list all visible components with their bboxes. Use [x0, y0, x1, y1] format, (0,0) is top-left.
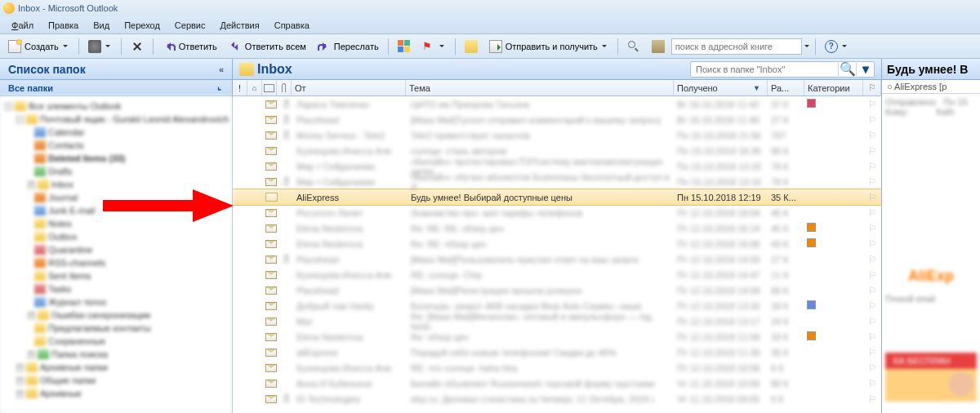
envelope-icon — [264, 84, 274, 92]
flag-icon[interactable]: ⚐ — [868, 145, 877, 157]
envelope-icon — [265, 131, 277, 140]
message-row[interactable]: Росэлтон ЛилитЗнакомство про- жел тарифы… — [233, 205, 881, 220]
envelope-icon — [265, 162, 277, 171]
message-row[interactable]: Money Service - Tele2Tele2 приветствует … — [233, 127, 881, 143]
envelope-icon — [265, 224, 277, 233]
sort-desc-icon: ▼ — [753, 84, 760, 92]
col-flag[interactable]: ⚐ — [863, 80, 881, 95]
flag-button[interactable] — [417, 38, 451, 56]
flag-icon[interactable]: ⚐ — [868, 161, 877, 172]
flag-icon[interactable]: ⚐ — [868, 316, 877, 327]
message-row[interactable]: Лариса ТимченкоЦИТО им Приорова ТатьянаВ… — [233, 96, 881, 112]
message-row[interactable]: aliExpressПорадуй себя новым телефоном! … — [233, 344, 881, 360]
flag-icon[interactable]: ⚐ — [868, 393, 877, 405]
flag-icon[interactable]: ⚐ — [868, 254, 877, 265]
all-folders-header[interactable]: Все папки ⌄ — [0, 80, 232, 96]
menu-actions[interactable]: Действия — [214, 19, 266, 32]
flag-icon[interactable]: ⚐ — [868, 192, 877, 203]
menu-edit[interactable]: Правка — [42, 19, 85, 32]
col-reminder[interactable]: ⌂ — [247, 80, 262, 95]
new-button[interactable]: Создать — [3, 38, 74, 56]
chevron-down-icon[interactable] — [601, 41, 608, 52]
folder-tree[interactable]: -Все элементы Outlook -Почтовый ящик - G… — [0, 96, 232, 413]
col-importance[interactable]: ! — [233, 80, 247, 95]
col-received[interactable]: Получено▼ — [674, 80, 768, 95]
col-attach[interactable] — [277, 80, 292, 95]
flag-icon[interactable]: ⚐ — [868, 176, 877, 188]
reply-all-button[interactable]: Ответить всем — [224, 38, 311, 56]
move-to-folder-button[interactable] — [460, 38, 483, 56]
message-row[interactable]: Кузнецова Инесса АлеRE: солнце- ChipПт 1… — [233, 267, 881, 282]
message-row[interactable]: Placehead[Mass Mail]Tycoon отправил комм… — [233, 112, 881, 127]
envelope-icon — [265, 209, 277, 217]
message-row[interactable]: Elena NesterovaRe: RE: обзор ценПт 12.10… — [233, 236, 881, 251]
forward-icon — [318, 40, 331, 53]
reply-button[interactable]: Ответить — [158, 38, 222, 56]
new-mail-icon — [8, 40, 21, 53]
col-size[interactable]: Ра... — [768, 80, 804, 95]
separator — [78, 38, 79, 55]
message-row-selected[interactable]: AliExpressБудь умнее! Выбирай доступные … — [233, 189, 881, 205]
envelope-icon — [265, 349, 277, 357]
menu-go[interactable]: Переход — [118, 19, 167, 32]
flag-icon[interactable]: ⚐ — [868, 285, 877, 296]
send-receive-button[interactable]: Отправить и получить — [484, 38, 613, 56]
help-button[interactable]: ? — [820, 38, 853, 56]
chevron-down-icon[interactable] — [804, 41, 811, 52]
flag-icon[interactable]: ⚐ — [868, 223, 877, 234]
address-search-input[interactable] — [675, 42, 798, 51]
col-categories[interactable]: Категории — [804, 80, 863, 95]
forward-button[interactable]: Переслать — [313, 38, 384, 56]
message-row[interactable]: Placehead[Mass Mail]Пользователь прислал… — [233, 251, 881, 267]
delete-button[interactable] — [126, 38, 149, 56]
find-contact-button[interactable] — [622, 38, 645, 56]
flag-icon[interactable]: ⚐ — [868, 300, 877, 312]
address-search-box[interactable] — [671, 38, 802, 55]
chevron-down-icon[interactable] — [439, 41, 446, 52]
collapse-icon[interactable]: « — [219, 64, 224, 74]
chevron-down-icon[interactable] — [62, 41, 69, 52]
menu-tools[interactable]: Сервис — [168, 19, 212, 32]
envelope-icon — [265, 271, 277, 279]
col-subject[interactable]: Тема — [406, 80, 674, 95]
message-row[interactable]: Кузнецова Инесса АлеRE: что солнце- haha… — [233, 360, 881, 375]
inbox-search-input[interactable] — [691, 64, 838, 74]
message-row[interactable]: Placehead[Mass Mail]Регистрация прошла у… — [233, 282, 881, 298]
address-book-button[interactable] — [647, 38, 670, 56]
message-list[interactable]: Лариса ТимченкоЦИТО им Приорова ТатьянаВ… — [233, 96, 881, 413]
chevron-down-icon[interactable] — [841, 41, 849, 52]
flag-icon[interactable]: ⚐ — [868, 130, 877, 141]
flag-icon[interactable]: ⚐ — [868, 99, 877, 110]
search-button[interactable]: 🔍 — [838, 61, 856, 78]
message-row[interactable]: Elena NesterovaRe: обзор ценПт 12.10.201… — [233, 329, 881, 344]
flag-icon[interactable]: ⚐ — [868, 378, 877, 389]
address-book-icon — [652, 40, 665, 53]
message-row[interactable]: МатRe: [Mass Mail]Мегаполис- оптовый и и… — [233, 313, 881, 329]
menu-view[interactable]: Вид — [87, 19, 116, 32]
col-from[interactable]: От — [292, 80, 406, 95]
message-row[interactable]: Elena NesterovaRe: RE: RE: обзор ценПт 1… — [233, 220, 881, 236]
flag-icon[interactable]: ⚐ — [868, 347, 877, 358]
flag-icon[interactable]: ⚐ — [868, 269, 877, 281]
search-options-button[interactable]: ▾ — [856, 61, 874, 78]
message-row[interactable]: Анна И КубенскоеБилайн объявляет Russion… — [233, 375, 881, 391]
categorize-button[interactable] — [393, 38, 416, 56]
menu-help[interactable]: Справка — [268, 19, 316, 32]
message-received: Пн 15.10.2018 12:19 — [674, 193, 768, 202]
print-button[interactable] — [83, 38, 117, 56]
message-row[interactable]: ID Technologieseliyr.ru: Деловая статист… — [233, 391, 881, 406]
flag-icon[interactable]: ⚐ — [868, 207, 877, 219]
toolbar: Создать Ответить Ответить всем Переслать… — [0, 34, 980, 59]
inbox-search-box[interactable]: 🔍 ▾ — [690, 61, 875, 78]
menu-file[interactable]: Файл — [5, 19, 40, 32]
envelope-icon — [265, 333, 277, 341]
message-row[interactable]: Мир т Сейдалиева«Билайн» обучил абоненто… — [233, 174, 881, 189]
flag-icon[interactable]: ⚐ — [868, 331, 877, 343]
col-icon[interactable] — [262, 80, 277, 95]
flag-icon[interactable]: ⚐ — [868, 238, 877, 250]
chevron-down-icon[interactable] — [105, 41, 112, 52]
envelope-icon — [265, 116, 277, 124]
flag-icon[interactable]: ⚐ — [868, 362, 877, 374]
reading-pane-body: Отправлено Пн 15 Кому: frath AliExp Плох… — [882, 94, 980, 413]
flag-icon[interactable]: ⚐ — [868, 114, 877, 126]
